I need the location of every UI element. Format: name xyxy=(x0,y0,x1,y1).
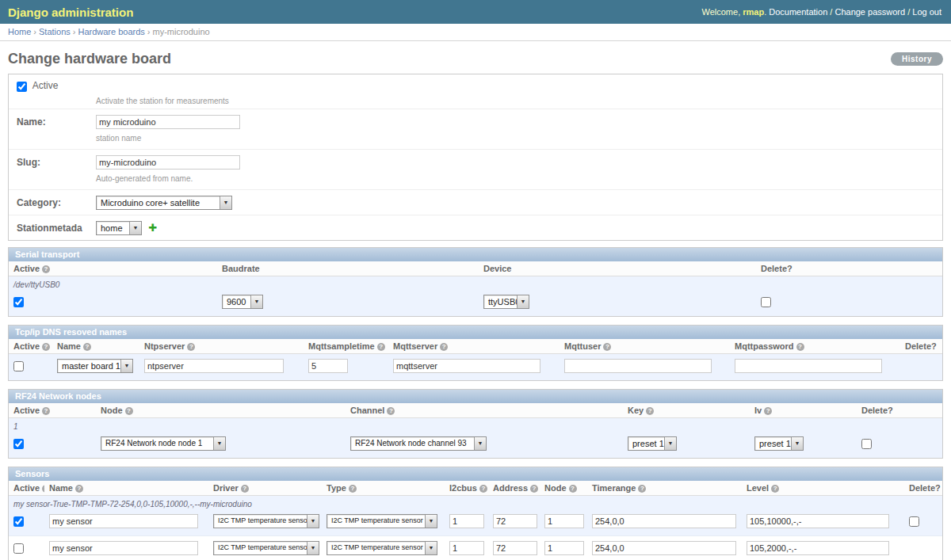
sensors-section: Sensors Active? Name? Driver? Type? I2cb… xyxy=(8,467,943,560)
change-password-link[interactable]: Change password xyxy=(835,7,905,17)
serial-active-checkbox[interactable] xyxy=(13,297,24,307)
documentation-link[interactable]: Documentation xyxy=(769,7,827,17)
history-button[interactable]: History xyxy=(891,52,943,66)
baudrate-select[interactable]: 9600▼ xyxy=(222,295,263,309)
tcpip-section-title: Tcp/ip DNS resoved names xyxy=(9,326,942,339)
help-icon: ? xyxy=(440,343,448,351)
help-icon: ? xyxy=(75,485,83,493)
col-delete: Delete? xyxy=(756,261,942,276)
sensor2-level-field[interactable] xyxy=(747,541,889,555)
rf24-delete-checkbox[interactable] xyxy=(861,439,872,449)
sensor1-address-field[interactable] xyxy=(493,514,537,528)
help-icon: ? xyxy=(377,343,385,351)
name-help: station name xyxy=(96,134,934,143)
help-icon: ? xyxy=(349,485,357,493)
help-icon: ? xyxy=(646,407,654,415)
username: rmap xyxy=(743,7,764,17)
site-name[interactable]: Django administration xyxy=(8,6,133,19)
col-device: Device xyxy=(479,261,756,276)
rf24-node-select[interactable]: RF24 Network node node 1▼ xyxy=(101,436,226,451)
sensor2-type-select[interactable]: I2C TMP temperature sensor▼ xyxy=(327,541,437,555)
name-label: Name: xyxy=(17,115,93,128)
col-active: Active? xyxy=(9,261,217,276)
sensor1-i2cbus-field[interactable] xyxy=(449,514,484,528)
chevron-down-icon: ▼ xyxy=(213,437,225,450)
sensor2-timerange-field[interactable] xyxy=(592,541,736,555)
sensor1-active-checkbox[interactable] xyxy=(13,516,24,527)
help-icon: ? xyxy=(603,343,611,351)
logout-link[interactable]: Log out xyxy=(912,7,941,17)
sensors-section-title: Sensors xyxy=(9,467,942,481)
help-icon: ? xyxy=(42,265,50,273)
help-icon: ? xyxy=(569,485,577,493)
sensor1-driver-select[interactable]: I2C TMP temperature sensor▼ xyxy=(213,514,319,528)
sensor1-delete-checkbox[interactable] xyxy=(909,516,919,527)
active-help: Activate the station for measurements xyxy=(96,97,934,105)
chevron-down-icon: ▼ xyxy=(220,196,231,209)
sensor2-driver-select[interactable]: I2C TMP temperature sensor▼ xyxy=(213,541,319,555)
category-label: Category: xyxy=(17,196,93,208)
category-select[interactable]: Microduino core+ satellite▼ xyxy=(96,196,232,210)
sensor1-level-field[interactable] xyxy=(747,514,889,528)
device-select[interactable]: ttyUSB0▼ xyxy=(483,295,529,309)
sensor2-node-field[interactable] xyxy=(544,541,584,555)
tcpip-name-select[interactable]: master board 1▼ xyxy=(57,359,133,373)
help-icon: ? xyxy=(125,407,133,415)
mqttpassword-field[interactable] xyxy=(735,359,882,373)
sensor1-timerange-field[interactable] xyxy=(592,514,736,528)
rf24-key-select[interactable]: preset 1▼ xyxy=(628,436,677,451)
serial-delete-checkbox[interactable] xyxy=(761,297,771,307)
breadcrumb-home[interactable]: Home xyxy=(8,27,31,36)
active-checkbox[interactable] xyxy=(17,82,27,92)
stationmetadata-select[interactable]: home▼ xyxy=(96,221,142,235)
col-baudrate: Baudrate xyxy=(217,261,479,276)
chevron-down-icon: ▼ xyxy=(474,437,486,450)
tcpip-active-checkbox[interactable] xyxy=(13,361,24,371)
sensor2-active-checkbox[interactable] xyxy=(13,543,24,554)
stationmetadata-label: Stationmetada xyxy=(17,221,93,234)
add-stationmetadata-icon[interactable]: ✚ xyxy=(148,222,157,234)
table-row: RF24 Network node node 1▼ RF24 Network n… xyxy=(9,432,942,458)
help-icon: ? xyxy=(42,485,44,493)
chevron-down-icon: ▼ xyxy=(307,515,319,528)
mqttsampletime-field[interactable] xyxy=(308,359,348,373)
slug-field[interactable] xyxy=(96,155,240,170)
slug-help: Auto-generated from name. xyxy=(96,174,934,183)
breadcrumb-stations[interactable]: Stations xyxy=(39,27,71,36)
mqttserver-field[interactable] xyxy=(393,359,540,373)
sensor2-address-field[interactable] xyxy=(493,541,537,555)
rf24-section: RF24 Network nodes Active? Node? Channel… xyxy=(8,389,943,459)
rf24-iv-select[interactable]: preset 1▼ xyxy=(754,436,804,451)
sensor1-node-field[interactable] xyxy=(544,514,584,528)
mqttuser-field[interactable] xyxy=(564,359,712,373)
serial-transport-section: Serial transport Active? Baudrate Device… xyxy=(8,247,943,317)
help-icon: ? xyxy=(187,343,195,351)
chevron-down-icon: ▼ xyxy=(517,295,529,308)
welcome-text: Welcome, xyxy=(701,7,743,17)
help-icon: ? xyxy=(42,407,50,415)
tcpip-section: Tcp/ip DNS resoved names Active? Name? N… xyxy=(8,325,943,381)
breadcrumb-hardware-boards[interactable]: Hardware boards xyxy=(78,27,144,36)
help-icon: ? xyxy=(764,407,772,415)
rf24-active-checkbox[interactable] xyxy=(13,439,24,449)
main-fieldset: Active Activate the station for measurem… xyxy=(8,74,943,241)
chevron-down-icon: ▼ xyxy=(129,222,141,234)
ntpserver-field[interactable] xyxy=(144,359,284,373)
sensor2-i2cbus-field[interactable] xyxy=(449,541,484,555)
slug-label: Slug: xyxy=(17,155,93,168)
chevron-down-icon: ▼ xyxy=(425,515,437,528)
sensor1-name-field[interactable] xyxy=(49,514,198,528)
name-field[interactable] xyxy=(96,115,240,129)
rf24-section-title: RF24 Network nodes xyxy=(9,390,942,403)
chevron-down-icon: ▼ xyxy=(250,295,262,308)
breadcrumb-current: my-microduino xyxy=(152,27,209,36)
table-row: I2C TMP temperature sensor▼ I2C TMP temp… xyxy=(9,535,942,560)
sensor1-type-select[interactable]: I2C TMP temperature sensor▼ xyxy=(327,514,437,528)
chevron-down-icon: ▼ xyxy=(791,437,803,450)
sensor2-name-field[interactable] xyxy=(49,541,198,555)
app-header: Django administration Welcome, rmap. Doc… xyxy=(0,0,951,24)
rf24-channel-select[interactable]: RF24 Network node channel 93▼ xyxy=(350,436,487,451)
sensor-row-label: my sensor-True-TMP-TMP-72-254,0,0-105,10… xyxy=(9,495,942,509)
chevron-down-icon: ▼ xyxy=(307,542,319,554)
help-icon: ? xyxy=(530,485,538,493)
